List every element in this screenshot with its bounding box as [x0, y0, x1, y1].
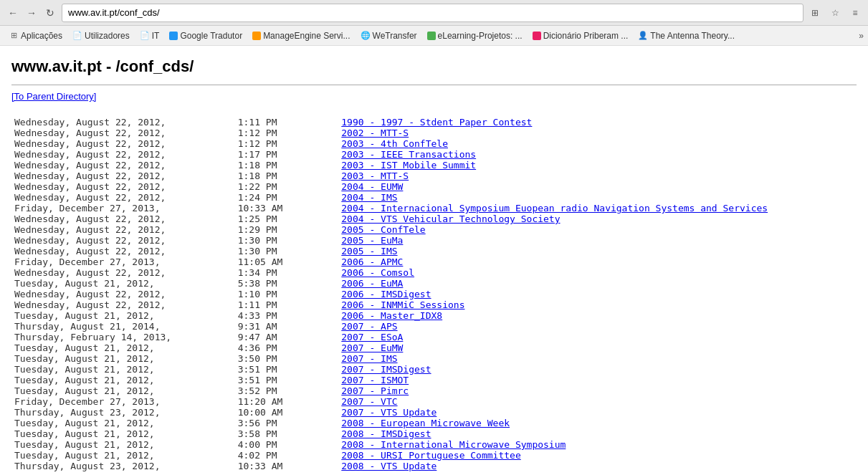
entry-link[interactable]: 2004 - VTS Vehicular Technology Society: [341, 213, 560, 224]
entry-type: [295, 428, 338, 439]
bookmark-it-label: IT: [152, 31, 160, 41]
entry-link[interactable]: 2007 - IMSDigest: [341, 364, 431, 375]
table-row: Wednesday, August 22, 2012, 1:12 PM 2003…: [11, 138, 857, 149]
entry-name: 2006 - APMC: [338, 256, 857, 267]
entry-type: [295, 439, 338, 450]
bookmark-apps[interactable]: ⊞ Aplicações: [4, 29, 67, 42]
entry-time: 4:02 PM: [235, 450, 296, 461]
apps-icon: ⊞: [9, 31, 19, 41]
entry-link[interactable]: 2003 - IEEE Transactions: [341, 149, 476, 160]
entry-link[interactable]: 2007 - Pimrc: [341, 385, 409, 396]
entry-time: 5:38 PM: [235, 278, 296, 289]
bookmark-antenna[interactable]: 👤 The Antenna Theory...: [634, 29, 739, 42]
bookmark-manageengine[interactable]: ManageEngine Servi...: [248, 29, 354, 42]
entry-time: 9:31 AM: [235, 321, 296, 332]
entry-name: 2002 - MTT-S: [338, 128, 857, 138]
entry-link[interactable]: 2007 - IMS: [341, 353, 397, 364]
entry-name: 2006 - INMMiC Sessions: [338, 299, 857, 310]
directory-table: Wednesday, August 22, 2012, 1:11 PM 1990…: [11, 117, 857, 471]
entry-type: [295, 117, 338, 128]
entry-type: [295, 181, 338, 192]
entry-link[interactable]: 2007 - EuMW: [341, 342, 403, 353]
entry-link[interactable]: 2008 - IMSDigest: [341, 428, 431, 439]
more-bookmarks-button[interactable]: »: [859, 31, 864, 41]
entry-link[interactable]: 2003 - 4th ConfTele: [341, 138, 448, 149]
entry-link[interactable]: 2008 - European Microwave Week: [341, 418, 510, 428]
forward-button[interactable]: →: [23, 4, 40, 21]
entry-type: [295, 385, 338, 396]
entry-link[interactable]: 2004 - Internacional Symposium Euopean r…: [341, 203, 768, 213]
entry-link[interactable]: 2007 - VTS Update: [341, 407, 437, 418]
back-button[interactable]: ←: [4, 4, 22, 21]
entry-link[interactable]: 2007 - ESoA: [341, 332, 403, 342]
entry-name: 2004 - VTS Vehicular Technology Society: [338, 213, 857, 224]
parent-dir-link[interactable]: [To Parent Directory]: [11, 91, 97, 102]
star-button[interactable]: ☆: [826, 4, 844, 21]
bookmark-wetransfer[interactable]: 🌐 WeTransfer: [356, 29, 421, 42]
wetransfer-icon: 🌐: [361, 31, 371, 41]
bookmark-utilizadores-label: Utilizadores: [85, 31, 130, 41]
entry-time: 11:05 AM: [235, 256, 296, 267]
entry-link[interactable]: 2004 - IMS: [341, 192, 397, 203]
bookmark-google-tradutor[interactable]: Google Tradutor: [165, 29, 247, 42]
entry-name: 2007 - ISMOT: [338, 375, 857, 385]
entry-type: [295, 299, 338, 310]
entry-type: [295, 203, 338, 213]
entry-link[interactable]: 2004 - EUMW: [341, 181, 403, 192]
entry-date: Friday, December 27, 2013,: [11, 396, 235, 407]
separator: [11, 85, 857, 85]
entry-link[interactable]: 2005 - EuMa: [341, 235, 403, 246]
entry-date: Tuesday, August 21, 2012,: [11, 375, 235, 385]
bookmark-it[interactable]: 📄 IT: [135, 29, 164, 42]
entry-link[interactable]: 2003 - IST Mobile Summit: [341, 160, 476, 171]
bookmark-elearning[interactable]: eLearning-Projetos: ...: [423, 29, 527, 42]
entry-link[interactable]: 2007 - APS: [341, 321, 397, 332]
menu-button[interactable]: ≡: [846, 4, 864, 21]
entry-link[interactable]: 1990 - 1997 - Stdent Paper Contest: [341, 117, 532, 128]
table-row: Friday, December 27, 2013, 10:33 AM 2004…: [11, 203, 857, 213]
bookmark-utilizadores[interactable]: 📄 Utilizadores: [68, 29, 134, 42]
entry-time: 1:25 PM: [235, 213, 296, 224]
entry-time: 4:36 PM: [235, 342, 296, 353]
entry-date: Wednesday, August 22, 2012,: [11, 289, 235, 299]
entry-link[interactable]: 2008 - URSI Portuguese Committee: [341, 450, 520, 461]
table-row: Tuesday, August 21, 2012, 4:33 PM 2006 -…: [11, 310, 857, 321]
entry-link[interactable]: 2006 - Master_IDX8: [341, 310, 442, 321]
entry-link[interactable]: 2005 - IMS: [341, 246, 397, 256]
entry-link[interactable]: 2007 - VTC: [341, 396, 397, 407]
entry-link[interactable]: 2008 - International Microwave Symposium: [341, 439, 566, 450]
reload-button[interactable]: ↻: [42, 4, 59, 21]
address-bar[interactable]: [62, 4, 803, 22]
entry-link[interactable]: 2006 - INMMiC Sessions: [341, 299, 464, 310]
entry-time: 10:33 AM: [235, 203, 296, 213]
entry-type: [295, 418, 338, 428]
entry-type: [295, 461, 338, 471]
table-row: Wednesday, August 22, 2012, 1:29 PM 2005…: [11, 224, 857, 235]
entry-link[interactable]: 2002 - MTT-S: [341, 128, 409, 138]
entry-date: Wednesday, August 22, 2012,: [11, 235, 235, 246]
entry-name: 2003 - IEEE Transactions: [338, 149, 857, 160]
table-row: Thursday, August 23, 2012, 10:00 AM 2007…: [11, 407, 857, 418]
table-row: Wednesday, August 22, 2012, 1:30 PM 2005…: [11, 246, 857, 256]
dicionario-icon: [533, 32, 541, 40]
entry-time: 1:22 PM: [235, 181, 296, 192]
table-row: Wednesday, August 22, 2012, 1:11 PM 2006…: [11, 299, 857, 310]
entry-link[interactable]: 2006 - APMC: [341, 256, 403, 267]
entry-time: 10:00 AM: [235, 407, 296, 418]
entry-date: Wednesday, August 22, 2012,: [11, 171, 235, 181]
entry-link[interactable]: 2007 - ISMOT: [341, 375, 409, 385]
entry-link[interactable]: 2006 - EuMA: [341, 278, 403, 289]
table-row: Friday, December 27, 2013, 11:05 AM 2006…: [11, 256, 857, 267]
extensions-button[interactable]: ⊞: [806, 4, 824, 21]
entry-date: Tuesday, August 21, 2012,: [11, 310, 235, 321]
entry-link[interactable]: 2008 - VTS Update: [341, 461, 437, 471]
table-row: Tuesday, August 21, 2012, 4:02 PM 2008 -…: [11, 450, 857, 461]
entry-name: 2007 - EuMW: [338, 342, 857, 353]
entry-link[interactable]: 2006 - Comsol: [341, 267, 414, 278]
entry-type: [295, 364, 338, 375]
entry-link[interactable]: 2003 - MTT-S: [341, 171, 409, 181]
entry-link[interactable]: 2005 - ConfTele: [341, 224, 425, 235]
bookmark-dicionario[interactable]: Dicionário Priberam ...: [528, 29, 633, 42]
entry-name: 2007 - VTS Update: [338, 407, 857, 418]
entry-link[interactable]: 2006 - IMSDigest: [341, 289, 431, 299]
